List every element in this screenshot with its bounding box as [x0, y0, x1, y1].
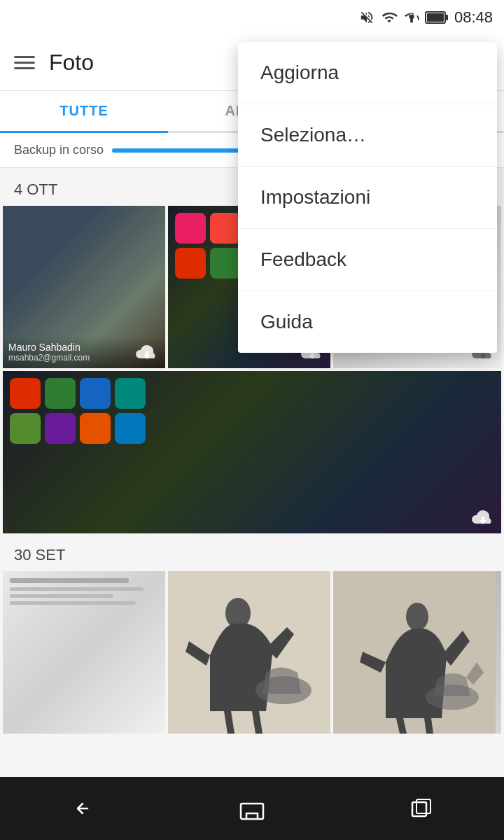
menu-item-feedback-label: Feedback: [260, 248, 346, 271]
menu-item-guida-label: Guida: [260, 311, 313, 333]
svg-rect-13: [241, 804, 263, 819]
back-button[interactable]: [68, 794, 97, 823]
menu-item-guida[interactable]: Guida: [238, 291, 497, 353]
menu-item-aggiorna-label: Aggiorna: [260, 62, 339, 84]
menu-item-seleziona-label: Seleziona…: [260, 124, 366, 146]
menu-item-aggiorna[interactable]: Aggiorna: [238, 42, 497, 104]
bottom-nav: [0, 777, 504, 840]
menu-item-impostazioni[interactable]: Impostazioni: [238, 167, 497, 229]
menu-item-impostazioni-label: Impostazioni: [260, 186, 370, 209]
dropdown-menu: Aggiorna Seleziona… Impostazioni Feedbac…: [238, 42, 497, 353]
recent-apps-button[interactable]: [407, 794, 436, 823]
menu-item-feedback[interactable]: Feedback: [238, 229, 497, 291]
menu-item-seleziona[interactable]: Seleziona…: [238, 104, 497, 167]
home-button[interactable]: [234, 794, 270, 823]
